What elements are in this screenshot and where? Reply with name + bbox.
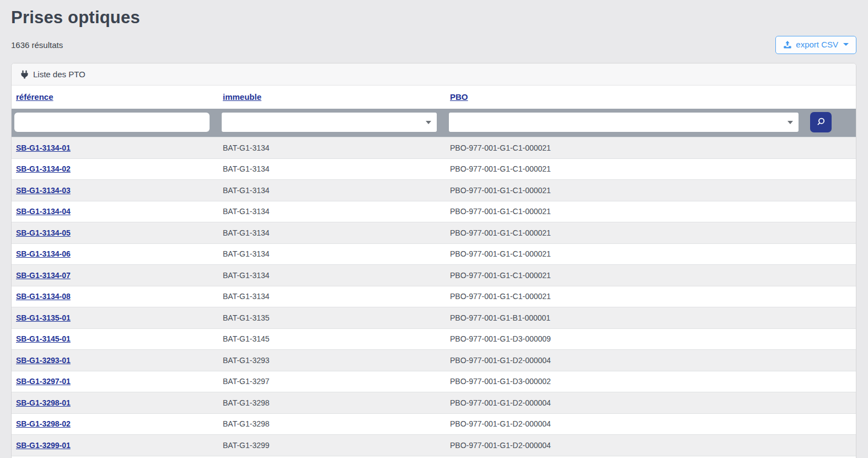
table-row: SB-G1-3134-07 BAT-G1-3134 PBO-977-001-G1… [12,265,856,286]
immeuble-cell: BAT-G1-3135 [218,307,446,329]
reference-link[interactable]: SB-G1-3134-05 [16,228,71,237]
pbo-cell: PBO-977-001-G1-D2-000004 [446,413,803,435]
search-button[interactable] [810,112,832,132]
pto-card: Liste des PTO référence immeuble PBO [11,63,856,458]
pbo-cell: PBO-977-001-G1-C1-000021 [446,265,803,286]
immeuble-cell: BAT-G1-3134 [218,180,446,201]
table-row: SB-G1-3134-05 BAT-G1-3134 PBO-977-001-G1… [12,222,856,244]
pbo-cell: PBO-977-001-G1-D2-000004 [446,392,803,414]
reference-link[interactable]: SB-G1-3299-01 [16,441,71,450]
results-bar: 1636 résultats export CSV [11,35,856,54]
table-row: SB-G1-3299-01 BAT-G1-3299 PBO-977-001-G1… [12,435,856,456]
reference-link[interactable]: SB-G1-3145-01 [16,334,71,343]
pbo-cell: PBO-977-001-G1-C1-000021 [446,158,803,180]
caret-down-icon [843,43,849,46]
table-row: SB-G1-3135-01 BAT-G1-3135 PBO-977-001-G1… [12,307,856,329]
pbo-cell: PBO-977-001-G1-C1-000021 [446,180,803,201]
table-row: SB-G1-3298-02 BAT-G1-3298 PBO-977-001-G1… [12,413,856,435]
sort-reference-link[interactable]: référence [16,92,53,102]
immeuble-cell: BAT-G1-3134 [218,265,446,286]
immeuble-cell: BAT-G1-3299 [218,435,446,456]
reference-link[interactable]: SB-G1-3134-08 [16,292,71,301]
upload-icon [783,40,792,49]
reference-link[interactable]: SB-G1-3298-02 [16,419,71,428]
table-row: SB-G1-3293-01 BAT-G1-3293 PBO-977-001-G1… [12,350,856,371]
immeuble-cell: BAT-G1-3297 [218,371,446,392]
immeuble-cell: BAT-G1-3134 [218,158,446,180]
filter-immeuble-select[interactable] [222,113,437,132]
pbo-cell: PBO-977-001-G1-D2-000004 [446,435,803,456]
reference-link[interactable]: SB-G1-3134-06 [16,249,71,258]
pbo-cell: PBO-977-001-G1-B1-000001 [446,307,803,329]
reference-link[interactable]: SB-G1-3134-03 [16,186,71,195]
export-csv-label: export CSV [796,40,838,50]
page-title: Prises optiques [11,8,856,28]
export-csv-button[interactable]: export CSV [775,36,856,54]
page-head: Prises optiques 1636 résultats export CS… [0,0,868,54]
reference-link[interactable]: SB-G1-3134-02 [16,164,71,173]
immeuble-cell: BAT-G1-3134 [218,243,446,265]
table-row: SB-G1-3298-01 BAT-G1-3298 PBO-977-001-G1… [12,392,856,414]
immeuble-cell: BAT-G1-3298 [218,413,446,435]
reference-link[interactable]: SB-G1-3297-01 [16,377,71,386]
pbo-cell: PBO-977-001-G1-D3-000002 [446,371,803,392]
table-row: SB-G1-3134-02 BAT-G1-3134 PBO-977-001-G1… [12,158,856,180]
immeuble-cell: BAT-G1-3134 [218,222,446,244]
card-header-label: Liste des PTO [33,70,85,79]
reference-link[interactable]: SB-G1-3134-01 [16,143,71,152]
table-row: SB-G1-3134-01 BAT-G1-3134 PBO-977-001-G1… [12,137,856,159]
pbo-cell: PBO-977-001-G1-C1-000021 [446,222,803,244]
pto-table: référence immeuble PBO [12,86,856,458]
reference-link[interactable]: SB-G1-3134-04 [16,207,71,216]
plug-icon [20,70,29,79]
table-row: SB-G1-3134-08 BAT-G1-3134 PBO-977-001-G1… [12,286,856,307]
immeuble-cell: BAT-G1-3134 [218,286,446,307]
caret-down-icon [787,121,793,124]
table-row: SB-G1-3145-01 BAT-G1-3145 PBO-977-001-G1… [12,328,856,350]
pbo-cell: PBO-977-001-G1-C1-000021 [446,243,803,265]
pbo-cell: PBO-977-001-G1-C1-000021 [446,286,803,307]
reference-link[interactable]: SB-G1-3134-07 [16,271,71,280]
sort-immeuble-link[interactable]: immeuble [223,92,261,102]
results-count: 1636 résultats [11,40,63,50]
caret-down-icon [426,121,431,124]
table-row: SB-G1-3134-03 BAT-G1-3134 PBO-977-001-G1… [12,180,856,201]
immeuble-cell: BAT-G1-3293 [218,350,446,371]
pbo-cell: PBO-977-001-G1-C1-000021 [446,137,803,159]
immeuble-cell: BAT-G1-3134 [218,137,446,159]
reference-link[interactable]: SB-G1-3298-01 [16,398,71,407]
search-icon [816,117,826,128]
pbo-cell: PBO-977-001-G1-C1-000021 [446,201,803,222]
immeuble-cell: BAT-G1-3145 [218,328,446,350]
reference-link[interactable]: SB-G1-3293-01 [16,356,71,365]
table-body: SB-G1-3134-01 BAT-G1-3134 PBO-977-001-G1… [12,137,856,458]
reference-link[interactable]: SB-G1-3135-01 [16,313,71,322]
filter-reference-input[interactable] [14,113,210,132]
pbo-cell: PBO-977-001-G1-D3-000009 [446,328,803,350]
filter-pbo-select[interactable] [449,113,799,132]
table-row: SB-G1-3134-04 BAT-G1-3134 PBO-977-001-G1… [12,201,856,222]
table-row: SB-G1-3134-06 BAT-G1-3134 PBO-977-001-G1… [12,243,856,265]
sort-pbo-link[interactable]: PBO [450,92,468,102]
table-header-row: référence immeuble PBO [12,86,856,109]
table-row-partial [12,456,856,458]
pbo-cell: PBO-977-001-G1-D2-000004 [446,350,803,371]
immeuble-cell: BAT-G1-3134 [218,201,446,222]
immeuble-cell: BAT-G1-3298 [218,392,446,414]
table-row: SB-G1-3297-01 BAT-G1-3297 PBO-977-001-G1… [12,371,856,392]
filter-row [12,109,856,137]
page: Prises optiques 1636 résultats export CS… [0,0,868,458]
card-header: Liste des PTO [12,63,856,86]
